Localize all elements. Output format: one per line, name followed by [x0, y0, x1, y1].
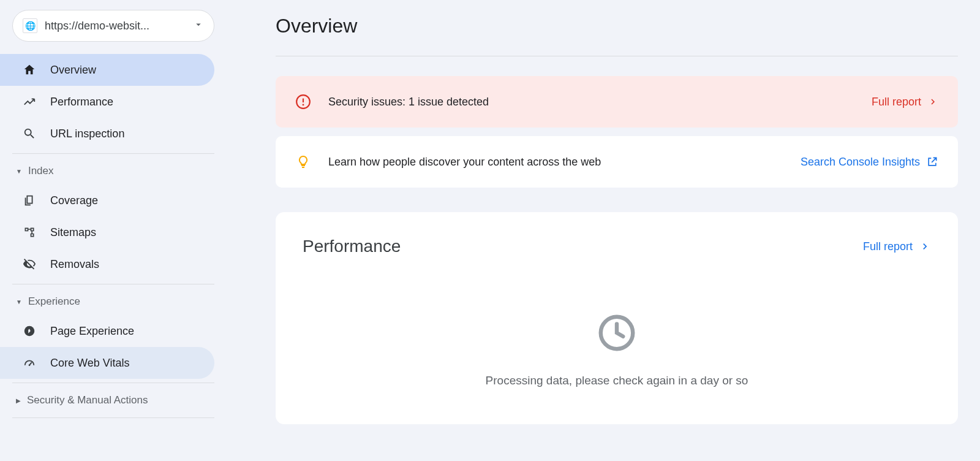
section-header-security[interactable]: ▶ Security & Manual Actions [0, 387, 227, 414]
sidebar-item-label: Performance [50, 96, 113, 109]
link-label: Full report [863, 240, 913, 253]
globe-icon: 🌐 [23, 18, 37, 33]
main-content: Overview Security issues: 1 issue detect… [227, 0, 980, 461]
compass-icon [22, 324, 37, 338]
security-banner: Security issues: 1 issue detected Full r… [276, 76, 958, 128]
sidebar-item-label: Page Experience [50, 325, 134, 338]
sidebar-item-url-inspection[interactable]: URL inspection [0, 118, 214, 150]
security-banner-text: Security issues: 1 issue detected [328, 96, 872, 109]
divider [12, 153, 214, 154]
svg-point-1 [29, 364, 31, 366]
insights-banner-text: Learn how people discover your content a… [328, 156, 801, 169]
sidebar-item-sitemaps[interactable]: Sitemaps [0, 216, 214, 248]
triangle-right-icon: ▶ [16, 397, 21, 404]
search-icon [22, 126, 37, 141]
empty-state-message: Processing data, please check again in a… [486, 374, 748, 387]
lightbulb-icon [295, 154, 311, 170]
section-label: Security & Manual Actions [27, 394, 148, 406]
sidebar: 🌐 https://demo-websit... Overview Perfor… [0, 0, 227, 461]
link-label: Full report [872, 96, 921, 109]
section-label: Experience [28, 295, 80, 308]
sidebar-item-page-experience[interactable]: Page Experience [0, 315, 214, 347]
section-label: Index [28, 165, 54, 177]
alert-circle-icon [295, 94, 311, 110]
sidebar-item-label: Core Web Vitals [50, 357, 129, 370]
property-url: https://demo-websit... [45, 20, 186, 32]
sidebar-item-performance[interactable]: Performance [0, 86, 214, 118]
sidebar-item-label: Coverage [50, 194, 98, 207]
external-link-icon [926, 156, 938, 168]
sidebar-item-core-web-vitals[interactable]: Core Web Vitals [0, 347, 214, 379]
insights-banner: Learn how people discover your content a… [276, 136, 958, 188]
clock-icon [595, 311, 638, 357]
performance-full-report-link[interactable]: Full report [863, 240, 931, 253]
sidebar-item-label: Removals [50, 258, 99, 271]
eye-off-icon [22, 257, 37, 272]
property-selector[interactable]: 🌐 https://demo-websit... [12, 10, 214, 42]
sidebar-item-removals[interactable]: Removals [0, 248, 214, 280]
trend-icon [22, 94, 37, 109]
sidebar-item-label: Sitemaps [50, 226, 96, 239]
chevron-right-icon [927, 96, 938, 107]
sidebar-item-overview[interactable]: Overview [0, 54, 214, 86]
performance-card: Performance Full report Processing data,… [276, 212, 958, 424]
section-header-index[interactable]: ▼ Index [0, 158, 227, 185]
insights-link[interactable]: Search Console Insights [801, 156, 938, 169]
chevron-right-icon [919, 240, 931, 253]
home-icon [22, 63, 37, 77]
performance-card-title: Performance [303, 237, 401, 256]
svg-point-4 [303, 104, 304, 105]
sidebar-item-label: Overview [50, 64, 96, 77]
page-title: Overview [276, 15, 958, 56]
triangle-down-icon: ▼ [16, 168, 22, 175]
divider [12, 284, 214, 284]
empty-state: Processing data, please check again in a… [303, 311, 931, 387]
section-header-experience[interactable]: ▼ Experience [0, 288, 227, 315]
divider [12, 383, 214, 383]
security-full-report-link[interactable]: Full report [872, 96, 938, 109]
speedometer-icon [22, 356, 37, 370]
sidebar-item-coverage[interactable]: Coverage [0, 185, 214, 216]
sidebar-item-label: URL inspection [50, 128, 124, 140]
sitemap-icon [22, 225, 37, 240]
chevron-down-icon [193, 19, 204, 32]
divider [12, 417, 214, 418]
documents-icon [22, 193, 37, 208]
link-label: Search Console Insights [801, 156, 920, 169]
triangle-down-icon: ▼ [16, 299, 22, 305]
